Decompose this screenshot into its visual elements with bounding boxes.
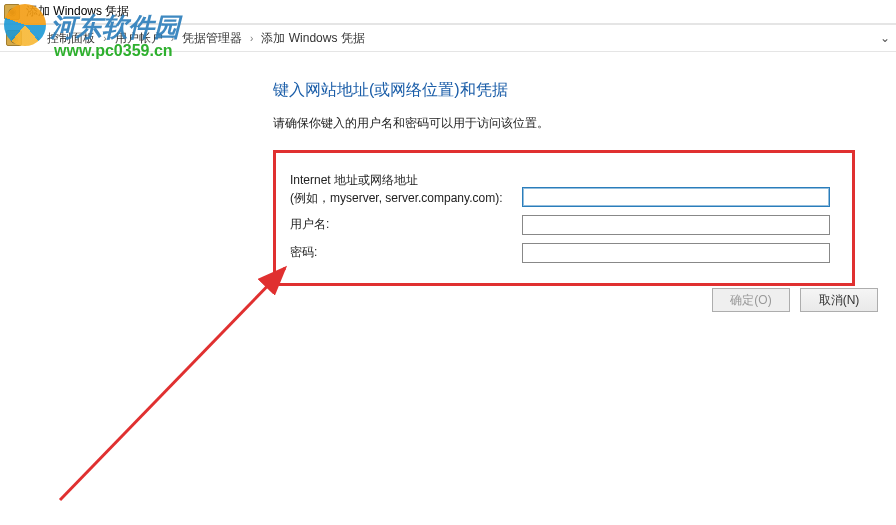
credential-icon: ◉ bbox=[6, 30, 22, 46]
username-input[interactable] bbox=[522, 215, 830, 235]
breadcrumb-add-credential: 添加 Windows 凭据 bbox=[261, 30, 364, 47]
form-row-password: 密码: bbox=[290, 243, 838, 263]
form-row-address: Internet 地址或网络地址 (例如，myserver, server.co… bbox=[290, 171, 838, 207]
chevron-down-icon[interactable]: ⌄ bbox=[880, 31, 890, 45]
address-label-line2: (例如，myserver, server.company.com): bbox=[290, 189, 522, 207]
address-input[interactable] bbox=[522, 187, 830, 207]
chevron-right-icon: › bbox=[103, 33, 106, 44]
password-label: 密码: bbox=[290, 245, 317, 259]
breadcrumb-user-accounts[interactable]: 用户帐户 bbox=[115, 30, 163, 47]
chevron-right-icon: › bbox=[36, 33, 39, 44]
address-label-line1: Internet 地址或网络地址 bbox=[290, 171, 522, 189]
cancel-button[interactable]: 取消(N) bbox=[800, 288, 878, 312]
annotation-arrow-icon bbox=[40, 250, 300, 510]
form-highlight-box: Internet 地址或网络地址 (例如，myserver, server.co… bbox=[273, 150, 855, 286]
titlebar: ◉ 添加 Windows 凭据 bbox=[0, 0, 896, 24]
window-title: 添加 Windows 凭据 bbox=[26, 3, 129, 20]
chevron-right-icon: › bbox=[171, 33, 174, 44]
password-input[interactable] bbox=[522, 243, 830, 263]
svg-line-1 bbox=[60, 268, 285, 500]
dialog-buttons: 确定(O) 取消(N) bbox=[712, 288, 878, 312]
breadcrumb-credential-manager[interactable]: 凭据管理器 bbox=[182, 30, 242, 47]
credential-icon: ◉ bbox=[4, 4, 20, 20]
chevron-right-icon: › bbox=[250, 33, 253, 44]
username-label: 用户名: bbox=[290, 217, 329, 231]
breadcrumb-control-panel[interactable]: 控制面板 bbox=[47, 30, 95, 47]
page-subheading: 请确保你键入的用户名和密码可以用于访问该位置。 bbox=[273, 115, 896, 132]
main-content: 键入网站地址(或网络位置)和凭据 请确保你键入的用户名和密码可以用于访问该位置。… bbox=[0, 52, 896, 286]
form-row-username: 用户名: bbox=[290, 215, 838, 235]
page-heading: 键入网站地址(或网络位置)和凭据 bbox=[273, 80, 896, 101]
ok-button[interactable]: 确定(O) bbox=[712, 288, 790, 312]
breadcrumb: ◉ › 控制面板 › 用户帐户 › 凭据管理器 › 添加 Windows 凭据 … bbox=[0, 24, 896, 52]
